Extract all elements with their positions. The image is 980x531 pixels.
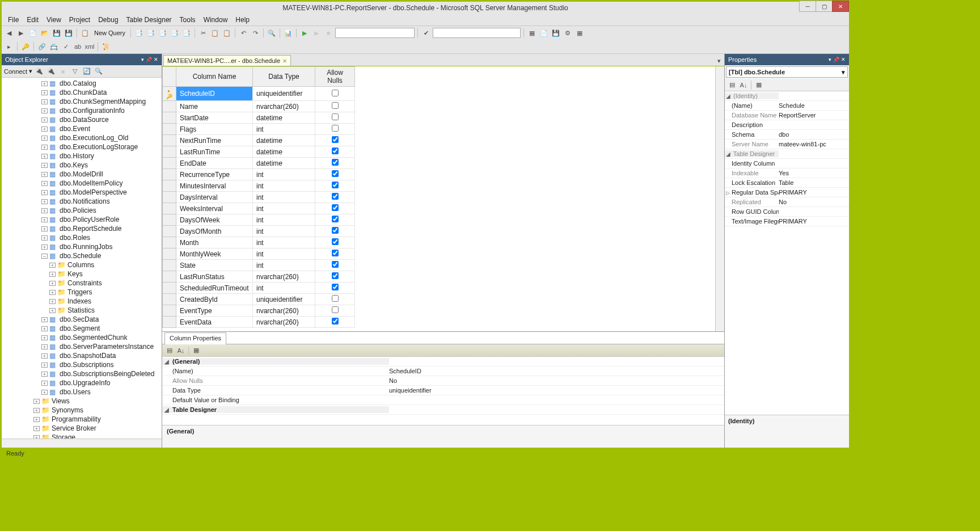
expand-icon[interactable]: + — [41, 136, 48, 141]
tree-item[interactable]: +▦dbo.ModelPerspective — [2, 188, 162, 197]
key-icon[interactable]: 🔑 — [20, 41, 31, 52]
row-selector[interactable] — [163, 283, 176, 294]
allow-nulls-cell[interactable] — [315, 192, 355, 203]
column-name-cell[interactable]: NextRunTime — [176, 135, 253, 146]
tree-item[interactable]: +▦dbo.DataSource — [2, 115, 162, 124]
tree-item[interactable]: +▦dbo.ServerParametersInstance — [2, 342, 162, 351]
dropdown-icon[interactable]: ▾ — [141, 57, 144, 62]
stop-icon[interactable]: ■ — [58, 66, 68, 77]
db-engine-query-icon[interactable]: 📑 — [134, 28, 144, 38]
minimize-button[interactable]: ─ — [799, 1, 816, 12]
property-pages-icon[interactable]: ▦ — [754, 80, 764, 90]
row-selector[interactable] — [163, 248, 176, 260]
new-query-icon[interactable]: 📋 — [80, 28, 90, 38]
expand-icon[interactable]: + — [41, 245, 48, 250]
allow-nulls-checkbox[interactable] — [332, 284, 339, 290]
tree-item[interactable]: +▦dbo.SnapshotData — [2, 351, 162, 360]
row-selector[interactable] — [163, 158, 176, 169]
allow-nulls-checkbox[interactable] — [332, 238, 339, 245]
tree-item[interactable]: +📁Synonyms — [2, 406, 162, 415]
row-selector[interactable] — [163, 294, 176, 305]
tree-item[interactable]: +📁Keys — [2, 269, 162, 279]
row-selector[interactable] — [163, 112, 176, 124]
menu-edit[interactable]: Edit — [23, 15, 43, 25]
data-type-cell[interactable]: int — [253, 169, 315, 180]
property-pages-icon[interactable]: ▦ — [191, 345, 201, 356]
data-type-cell[interactable]: datetime — [253, 146, 315, 158]
save-all-icon[interactable]: 💾 — [64, 28, 74, 38]
allow-nulls-cell[interactable] — [315, 294, 355, 305]
results-grid-icon[interactable]: ▦ — [527, 28, 537, 38]
column-name-cell[interactable]: Flags — [176, 124, 253, 135]
object-explorer-tree[interactable]: +▦dbo.Catalog+▦dbo.ChunkData+▦dbo.ChunkS… — [2, 78, 162, 439]
close-icon[interactable]: ✕ — [282, 58, 287, 64]
include-plan-icon[interactable]: ▦ — [575, 28, 585, 38]
check-icon[interactable]: ✓ — [61, 41, 71, 52]
pin-icon[interactable]: 📌 — [833, 57, 839, 62]
tree-item[interactable]: +▦dbo.Notifications — [2, 197, 162, 206]
row-selector[interactable] — [163, 271, 176, 283]
execute-icon[interactable]: ▶ — [299, 28, 310, 38]
new-project-icon[interactable]: 📄 — [28, 28, 38, 38]
data-type-cell[interactable]: uniqueidentifier — [253, 294, 315, 305]
allow-nulls-cell[interactable] — [315, 271, 355, 283]
property-row[interactable]: (Name)ScheduleID — [162, 366, 724, 376]
search-icon[interactable]: 🔍 — [94, 66, 104, 77]
tree-item[interactable]: +📁Indexes — [2, 297, 162, 306]
close-icon[interactable]: ✕ — [841, 57, 846, 62]
close-icon[interactable]: ✕ — [154, 57, 158, 62]
allow-nulls-checkbox[interactable] — [332, 295, 339, 302]
row-selector[interactable] — [163, 135, 176, 146]
tree-item[interactable]: +▦dbo.ExecutionLog_Old — [2, 133, 162, 142]
allow-nulls-checkbox[interactable] — [332, 113, 339, 120]
expand-icon[interactable]: + — [41, 90, 48, 95]
column-name-cell[interactable]: DaysOfWeek — [176, 214, 253, 226]
property-row[interactable]: Identity Column — [725, 159, 849, 168]
expand-icon[interactable]: + — [49, 272, 56, 277]
tree-item[interactable]: +▦dbo.Segment — [2, 324, 162, 333]
tree-item[interactable]: +▦dbo.Keys — [2, 161, 162, 170]
column-name-cell[interactable]: DaysInterval — [176, 192, 253, 203]
data-type-cell[interactable]: datetime — [253, 112, 315, 124]
new-query-button[interactable]: New Query — [92, 29, 128, 37]
column-name-cell[interactable]: ScheduledRunTimeout — [176, 283, 253, 294]
refresh-icon[interactable]: 🔄 — [82, 66, 92, 77]
data-type-cell[interactable]: uniqueidentifier — [253, 87, 315, 101]
column-name-cell[interactable]: EventType — [176, 305, 253, 317]
expand-icon[interactable]: + — [41, 181, 48, 186]
property-row[interactable]: ◢ (General) — [162, 357, 724, 366]
allow-nulls-cell[interactable] — [315, 169, 355, 180]
open-icon[interactable]: 📂 — [40, 28, 50, 38]
allow-nulls-cell[interactable] — [315, 237, 355, 248]
expand-icon[interactable]: + — [49, 299, 56, 304]
indexes-icon[interactable]: 📇 — [49, 41, 59, 52]
menu-table-designer[interactable]: Table Designer — [122, 15, 176, 25]
redo-icon[interactable]: ↷ — [250, 28, 260, 38]
expand-icon[interactable]: + — [33, 417, 40, 422]
property-row[interactable]: ◢ Table Designer — [725, 149, 849, 159]
disconnect-icon[interactable]: 🔌 — [46, 66, 56, 77]
property-row[interactable]: Default Value or Binding — [162, 395, 724, 405]
property-row[interactable]: Description — [725, 120, 849, 130]
allow-nulls-checkbox[interactable] — [332, 216, 339, 222]
allow-nulls-checkbox[interactable] — [332, 193, 339, 200]
column-name-cell[interactable]: DaysOfMonth — [176, 226, 253, 237]
column-properties-grid[interactable]: ◢ (General)(Name)ScheduleIDAllow NullsNo… — [162, 357, 724, 425]
allow-nulls-checkbox[interactable] — [332, 102, 339, 109]
parse-icon[interactable]: ✔ — [421, 28, 431, 38]
tree-item[interactable]: +📁Programmability — [2, 415, 162, 424]
column-name-cell[interactable]: WeeksInterval — [176, 203, 253, 214]
row-selector[interactable] — [163, 192, 176, 203]
dmx-query-icon[interactable]: 📑 — [170, 28, 180, 38]
expand-icon[interactable]: + — [41, 154, 48, 159]
tree-item[interactable]: +▦dbo.SecData — [2, 315, 162, 324]
collapse-icon[interactable]: − — [41, 254, 48, 259]
column-name-cell[interactable]: LastRunStatus — [176, 271, 253, 283]
data-type-cell[interactable]: int — [253, 192, 315, 203]
properties-object-selector[interactable]: [Tbl] dbo.Schedule ▾ — [726, 66, 848, 78]
allow-nulls-checkbox[interactable] — [332, 136, 339, 143]
results-text-icon[interactable]: 📄 — [539, 28, 549, 38]
expand-icon[interactable]: + — [41, 99, 48, 104]
expand-icon[interactable]: + — [49, 281, 56, 286]
forward-icon[interactable]: ▶ — [16, 28, 26, 38]
